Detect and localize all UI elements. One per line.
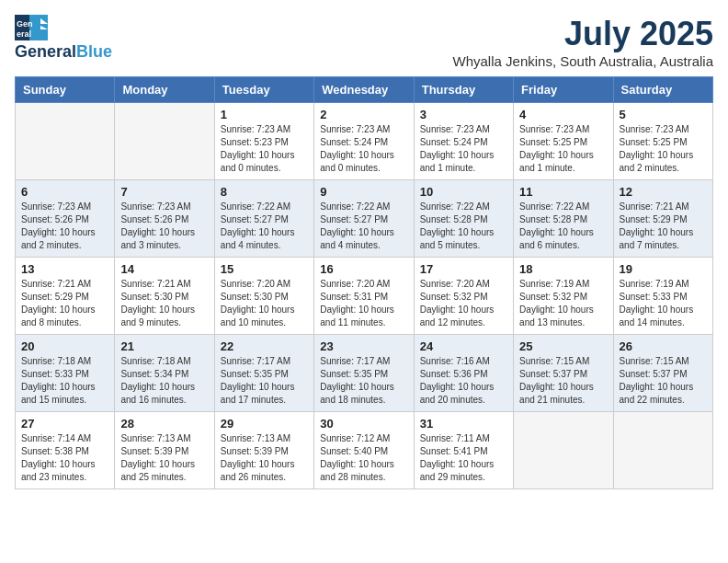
day-number: 11 [519, 185, 607, 199]
calendar-cell: 14Sunrise: 7:21 AM Sunset: 5:30 PM Dayli… [115, 258, 214, 335]
day-number: 26 [620, 339, 707, 353]
week-row-3: 13Sunrise: 7:21 AM Sunset: 5:29 PM Dayli… [16, 258, 713, 335]
calendar-cell [115, 103, 214, 180]
header-sunday: Sunday [16, 77, 115, 103]
week-row-5: 27Sunrise: 7:14 AM Sunset: 5:38 PM Dayli… [16, 412, 713, 489]
day-info: Sunrise: 7:17 AM Sunset: 5:35 PM Dayligh… [221, 355, 308, 407]
day-info: Sunrise: 7:15 AM Sunset: 5:37 PM Dayligh… [519, 355, 607, 407]
calendar-header-row: SundayMondayTuesdayWednesdayThursdayFrid… [16, 77, 713, 103]
calendar-cell [613, 412, 712, 489]
day-info: Sunrise: 7:20 AM Sunset: 5:31 PM Dayligh… [320, 278, 407, 329]
day-number: 4 [519, 108, 607, 121]
day-info: Sunrise: 7:16 AM Sunset: 5:36 PM Dayligh… [420, 355, 507, 407]
calendar-cell [514, 412, 613, 489]
day-number: 28 [120, 417, 208, 431]
location-title: Whyalla Jenkins, South Australia, Austra… [453, 53, 713, 69]
day-info: Sunrise: 7:23 AM Sunset: 5:23 PM Dayligh… [221, 123, 308, 175]
calendar-cell: 27Sunrise: 7:14 AM Sunset: 5:38 PM Dayli… [16, 412, 115, 489]
header-wednesday: Wednesday [314, 77, 414, 103]
calendar-cell: 15Sunrise: 7:20 AM Sunset: 5:30 PM Dayli… [214, 258, 313, 335]
calendar-cell: 13Sunrise: 7:21 AM Sunset: 5:29 PM Dayli… [16, 258, 115, 335]
day-number: 5 [620, 108, 707, 121]
day-info: Sunrise: 7:22 AM Sunset: 5:28 PM Dayligh… [519, 201, 607, 252]
calendar-cell: 11Sunrise: 7:22 AM Sunset: 5:28 PM Dayli… [514, 180, 613, 258]
header-thursday: Thursday [414, 77, 513, 103]
header-friday: Friday [514, 77, 613, 103]
calendar-cell: 26Sunrise: 7:15 AM Sunset: 5:37 PM Dayli… [613, 335, 712, 412]
calendar-cell: 12Sunrise: 7:21 AM Sunset: 5:29 PM Dayli… [613, 180, 712, 258]
calendar-cell: 22Sunrise: 7:17 AM Sunset: 5:35 PM Dayli… [214, 335, 313, 412]
day-info: Sunrise: 7:21 AM Sunset: 5:29 PM Dayligh… [21, 278, 108, 329]
day-number: 9 [320, 185, 407, 199]
day-info: Sunrise: 7:21 AM Sunset: 5:30 PM Dayligh… [120, 278, 208, 329]
page-header: Gen eral GeneralBlue July 2025 Whyalla J… [15, 15, 713, 69]
day-number: 24 [420, 339, 507, 353]
day-number: 30 [320, 417, 407, 431]
day-info: Sunrise: 7:19 AM Sunset: 5:32 PM Dayligh… [519, 278, 607, 329]
svg-text:eral: eral [17, 29, 31, 39]
calendar-cell: 3Sunrise: 7:23 AM Sunset: 5:24 PM Daylig… [414, 103, 513, 180]
calendar-cell: 10Sunrise: 7:22 AM Sunset: 5:28 PM Dayli… [414, 180, 513, 258]
day-number: 6 [21, 185, 108, 199]
header-tuesday: Tuesday [214, 77, 313, 103]
header-saturday: Saturday [613, 77, 712, 103]
calendar-cell: 31Sunrise: 7:11 AM Sunset: 5:41 PM Dayli… [414, 412, 513, 489]
calendar-cell: 28Sunrise: 7:13 AM Sunset: 5:39 PM Dayli… [115, 412, 214, 489]
day-info: Sunrise: 7:18 AM Sunset: 5:34 PM Dayligh… [120, 355, 208, 407]
day-info: Sunrise: 7:23 AM Sunset: 5:26 PM Dayligh… [21, 201, 108, 252]
day-info: Sunrise: 7:13 AM Sunset: 5:39 PM Dayligh… [120, 432, 208, 484]
calendar-cell: 25Sunrise: 7:15 AM Sunset: 5:37 PM Dayli… [514, 335, 613, 412]
day-number: 18 [519, 262, 607, 276]
day-number: 23 [320, 339, 407, 353]
logo: Gen eral GeneralBlue [15, 15, 112, 62]
day-info: Sunrise: 7:23 AM Sunset: 5:24 PM Dayligh… [420, 123, 507, 175]
day-number: 8 [221, 185, 308, 199]
day-info: Sunrise: 7:23 AM Sunset: 5:25 PM Dayligh… [519, 123, 607, 175]
calendar-cell: 19Sunrise: 7:19 AM Sunset: 5:33 PM Dayli… [613, 258, 712, 335]
calendar-cell: 1Sunrise: 7:23 AM Sunset: 5:23 PM Daylig… [214, 103, 313, 180]
calendar-cell: 21Sunrise: 7:18 AM Sunset: 5:34 PM Dayli… [115, 335, 214, 412]
day-info: Sunrise: 7:11 AM Sunset: 5:41 PM Dayligh… [420, 432, 507, 484]
calendar-table: SundayMondayTuesdayWednesdayThursdayFrid… [15, 76, 713, 489]
day-info: Sunrise: 7:20 AM Sunset: 5:30 PM Dayligh… [221, 278, 308, 329]
day-number: 25 [519, 339, 607, 353]
calendar-cell: 29Sunrise: 7:13 AM Sunset: 5:39 PM Dayli… [214, 412, 313, 489]
day-info: Sunrise: 7:18 AM Sunset: 5:33 PM Dayligh… [21, 355, 108, 407]
day-number: 17 [420, 262, 507, 276]
logo-icon: Gen eral [15, 15, 48, 40]
day-number: 7 [120, 185, 208, 199]
day-number: 19 [620, 262, 707, 276]
header-monday: Monday [115, 77, 214, 103]
calendar-cell: 30Sunrise: 7:12 AM Sunset: 5:40 PM Dayli… [314, 412, 414, 489]
day-number: 2 [320, 108, 407, 121]
calendar-cell: 23Sunrise: 7:17 AM Sunset: 5:35 PM Dayli… [314, 335, 414, 412]
calendar-cell [16, 103, 115, 180]
day-info: Sunrise: 7:13 AM Sunset: 5:39 PM Dayligh… [221, 432, 308, 484]
calendar-cell: 18Sunrise: 7:19 AM Sunset: 5:32 PM Dayli… [514, 258, 613, 335]
day-number: 21 [120, 339, 208, 353]
calendar-cell: 8Sunrise: 7:22 AM Sunset: 5:27 PM Daylig… [214, 180, 313, 258]
calendar-cell: 4Sunrise: 7:23 AM Sunset: 5:25 PM Daylig… [514, 103, 613, 180]
calendar-cell: 16Sunrise: 7:20 AM Sunset: 5:31 PM Dayli… [314, 258, 414, 335]
day-info: Sunrise: 7:15 AM Sunset: 5:37 PM Dayligh… [620, 355, 707, 407]
day-info: Sunrise: 7:22 AM Sunset: 5:28 PM Dayligh… [420, 201, 507, 252]
day-number: 3 [420, 108, 507, 121]
day-number: 13 [21, 262, 108, 276]
day-info: Sunrise: 7:22 AM Sunset: 5:27 PM Dayligh… [221, 201, 308, 252]
day-number: 20 [21, 339, 108, 353]
calendar-cell: 5Sunrise: 7:23 AM Sunset: 5:25 PM Daylig… [613, 103, 712, 180]
week-row-2: 6Sunrise: 7:23 AM Sunset: 5:26 PM Daylig… [16, 180, 713, 258]
title-section: July 2025 Whyalla Jenkins, South Austral… [453, 15, 713, 69]
day-number: 16 [320, 262, 407, 276]
logo-general-text: General [15, 42, 76, 62]
day-info: Sunrise: 7:20 AM Sunset: 5:32 PM Dayligh… [420, 278, 507, 329]
day-number: 14 [120, 262, 208, 276]
day-number: 29 [221, 417, 308, 431]
day-info: Sunrise: 7:19 AM Sunset: 5:33 PM Dayligh… [620, 278, 707, 329]
logo-blue-text: Blue [76, 42, 112, 62]
day-number: 10 [420, 185, 507, 199]
day-info: Sunrise: 7:14 AM Sunset: 5:38 PM Dayligh… [21, 432, 108, 484]
calendar-cell: 20Sunrise: 7:18 AM Sunset: 5:33 PM Dayli… [16, 335, 115, 412]
calendar-cell: 7Sunrise: 7:23 AM Sunset: 5:26 PM Daylig… [115, 180, 214, 258]
month-title: July 2025 [453, 15, 713, 53]
